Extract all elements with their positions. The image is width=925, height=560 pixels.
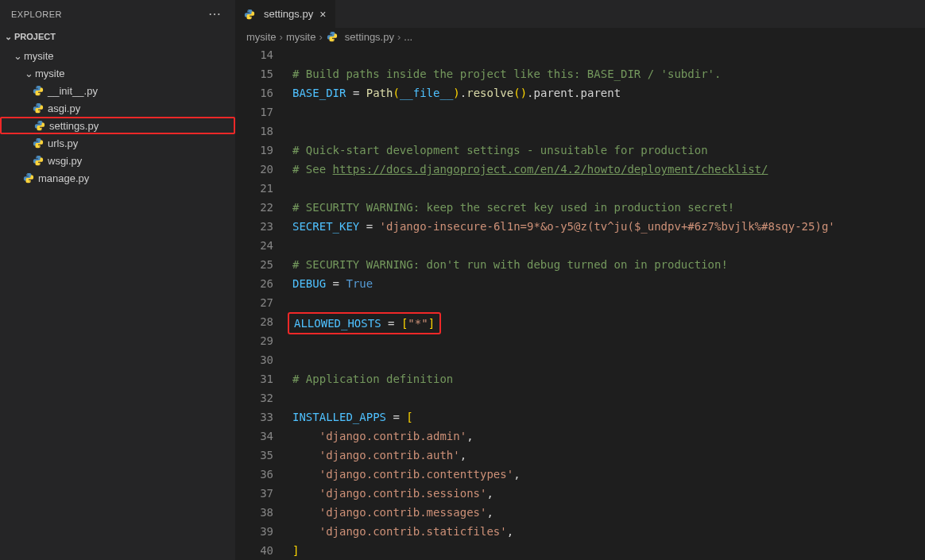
- python-icon: [326, 31, 339, 42]
- code-line[interactable]: # Build paths inside the project like th…: [292, 64, 925, 83]
- code-line[interactable]: 'django.contrib.messages',: [292, 503, 925, 522]
- folder-mysite-inner[interactable]: ⌄ mysite: [0, 64, 235, 82]
- code-line[interactable]: [292, 293, 925, 312]
- project-label: PROJECT: [14, 32, 56, 41]
- line-number: 16: [235, 83, 273, 102]
- chevron-down-icon: ⌄: [2, 32, 14, 42]
- chevron-right-icon: ›: [397, 31, 401, 43]
- code-content[interactable]: # Build paths inside the project like th…: [292, 45, 925, 560]
- python-icon: [32, 85, 45, 96]
- line-number: 21: [235, 179, 273, 198]
- line-number: 37: [235, 484, 273, 503]
- python-icon: [32, 155, 45, 166]
- code-line[interactable]: 'django.contrib.auth',: [292, 446, 925, 465]
- breadcrumb-item[interactable]: mysite: [246, 31, 277, 43]
- file-item[interactable]: manage.py: [0, 169, 235, 187]
- line-number: 18: [235, 122, 273, 141]
- breadcrumbs[interactable]: mysite › mysite › settings.py › ...: [235, 28, 925, 45]
- breadcrumb-item[interactable]: ...: [404, 31, 412, 43]
- line-number: 32: [235, 388, 273, 407]
- file-item[interactable]: wsgi.py: [0, 152, 235, 169]
- code-line[interactable]: [292, 179, 925, 198]
- chevron-right-icon: ›: [319, 31, 322, 43]
- line-number: 38: [235, 503, 273, 522]
- file-item[interactable]: urls.py: [0, 134, 235, 152]
- code-line[interactable]: ALLOWED_HOSTS = ["*"]: [292, 312, 925, 331]
- file-label: asgi.py: [48, 102, 80, 114]
- code-line[interactable]: [292, 388, 925, 407]
- file-label: urls.py: [48, 137, 78, 149]
- code-line[interactable]: # See https://docs.djangoproject.com/en/…: [292, 160, 925, 179]
- line-number: 36: [235, 465, 273, 484]
- line-number: 23: [235, 217, 273, 236]
- breadcrumb-item[interactable]: settings.py: [345, 31, 394, 43]
- code-line[interactable]: 'django.contrib.sessions',: [292, 484, 925, 503]
- code-line[interactable]: # Application definition: [292, 369, 925, 388]
- code-line[interactable]: DEBUG = True: [292, 274, 925, 293]
- line-number: 35: [235, 446, 273, 465]
- line-number: 25: [235, 255, 273, 274]
- file-label: wsgi.py: [48, 155, 82, 167]
- project-header[interactable]: ⌄ PROJECT: [0, 28, 235, 45]
- code-line[interactable]: INSTALLED_APPS = [: [292, 407, 925, 427]
- line-number: 29: [235, 331, 273, 350]
- line-gutter: 1415161718192021222324252627282930313233…: [235, 45, 292, 560]
- python-icon: [33, 120, 46, 131]
- folder-label: mysite: [35, 68, 65, 79]
- tab-bar: settings.py ×: [235, 0, 925, 28]
- line-number: 33: [235, 407, 273, 427]
- code-line[interactable]: ]: [292, 541, 925, 560]
- code-line[interactable]: [292, 102, 925, 122]
- tab-label: settings.py: [264, 8, 313, 20]
- code-line[interactable]: [292, 350, 925, 369]
- editor-area: settings.py × mysite › mysite › settings…: [235, 0, 925, 560]
- line-number: 15: [235, 64, 273, 83]
- line-number: 19: [235, 141, 273, 160]
- code-line[interactable]: [292, 236, 925, 255]
- line-number: 28: [235, 312, 273, 331]
- line-number: 24: [235, 236, 273, 255]
- code-line[interactable]: BASE_DIR = Path(__file__).resolve().pare…: [292, 83, 925, 102]
- code-line[interactable]: 'django.contrib.admin',: [292, 427, 925, 446]
- folder-mysite[interactable]: ⌄ mysite: [0, 47, 235, 64]
- line-number: 40: [235, 541, 273, 560]
- code-line[interactable]: # SECURITY WARNING: don't run with debug…: [292, 255, 925, 274]
- code-editor[interactable]: 1415161718192021222324252627282930313233…: [235, 45, 925, 560]
- explorer-header: EXPLORER ⋯: [0, 0, 235, 28]
- sidebar: EXPLORER ⋯ ⌄ PROJECT ⌄ mysite ⌄ mysite _…: [0, 0, 235, 560]
- chevron-down-icon: ⌄: [22, 68, 35, 79]
- code-line[interactable]: [292, 122, 925, 141]
- file-label: settings.py: [49, 120, 99, 132]
- file-item[interactable]: asgi.py: [0, 99, 235, 117]
- file-label: __init__.py: [48, 85, 98, 97]
- file-item[interactable]: __init__.py: [0, 82, 235, 99]
- file-label: manage.py: [38, 172, 89, 184]
- line-number: 26: [235, 274, 273, 293]
- more-icon[interactable]: ⋯: [208, 6, 222, 21]
- code-line[interactable]: # Quick-start development settings - uns…: [292, 141, 925, 160]
- file-tree: ⌄ mysite ⌄ mysite __init__.pyasgi.pysett…: [0, 45, 235, 187]
- python-icon: [243, 9, 256, 20]
- python-icon: [32, 102, 45, 114]
- line-number: 30: [235, 350, 273, 369]
- code-line[interactable]: [292, 45, 925, 64]
- tab-settings[interactable]: settings.py ×: [235, 0, 336, 28]
- file-item[interactable]: settings.py: [0, 117, 235, 134]
- close-icon[interactable]: ×: [318, 8, 327, 21]
- chevron-right-icon: ›: [280, 31, 283, 43]
- line-number: 20: [235, 160, 273, 179]
- python-icon: [32, 137, 45, 149]
- folder-label: mysite: [24, 50, 54, 62]
- chevron-down-icon: ⌄: [11, 50, 24, 62]
- explorer-title: EXPLORER: [11, 10, 62, 19]
- code-line[interactable]: SECRET_KEY = 'django-insecure-6l1n=9*&o-…: [292, 217, 925, 236]
- code-line[interactable]: 'django.contrib.staticfiles',: [292, 522, 925, 541]
- line-number: 34: [235, 427, 273, 446]
- line-number: 14: [235, 45, 273, 64]
- line-number: 27: [235, 293, 273, 312]
- code-line[interactable]: # SECURITY WARNING: keep the secret key …: [292, 198, 925, 217]
- line-number: 39: [235, 522, 273, 541]
- line-number: 22: [235, 198, 273, 217]
- breadcrumb-item[interactable]: mysite: [286, 31, 316, 43]
- code-line[interactable]: 'django.contrib.contenttypes',: [292, 465, 925, 484]
